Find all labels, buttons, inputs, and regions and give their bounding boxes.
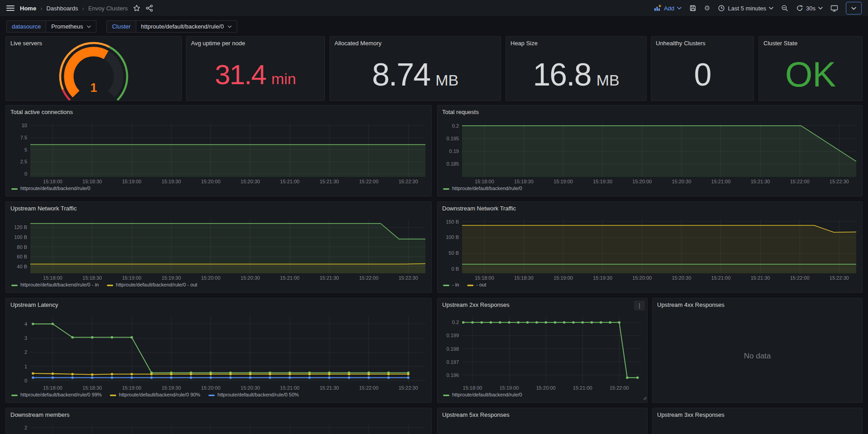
panel-heap-size: Heap Size 16.8MB (506, 36, 647, 101)
panel-title[interactable]: Avg uptime per node (186, 37, 324, 49)
svg-text:15:18:00: 15:18:00 (475, 179, 494, 184)
legend-item[interactable]: httproute/default/backend/rule/0 (11, 186, 91, 191)
svg-text:15:20:00: 15:20:00 (536, 385, 556, 391)
svg-text:0.197: 0.197 (446, 359, 459, 365)
svg-text:15:21:00: 15:21:00 (711, 179, 731, 184)
panel-title[interactable]: Upstream 3xx Responses (653, 408, 862, 421)
legend-item[interactable]: httproute/default/backend/rule/0 99% (11, 392, 102, 397)
panel-title[interactable]: Upstream 2xx Responses (438, 298, 647, 311)
panel-upstream-3xx: Upstream 3xx Responses (652, 408, 863, 434)
stat-value: 0 (694, 57, 711, 93)
share-icon[interactable] (146, 5, 153, 12)
svg-text:- out: - out (476, 282, 486, 287)
legend-item[interactable]: httproute/default/backend/rule/0 - out (107, 282, 197, 287)
panel-title[interactable]: Downstream members (6, 408, 431, 421)
panel-live-servers: Live servers 1 (5, 36, 182, 101)
downstream-members-chart[interactable]: 2 (10, 422, 428, 434)
panel-upstream-2xx: Upstream 2xx Responses ⋮ 15:18:0015:19:0… (437, 298, 648, 403)
legend-item[interactable]: - in (443, 282, 459, 287)
svg-text:15:18:30: 15:18:30 (82, 275, 102, 281)
datasource-select[interactable]: Prometheus (46, 20, 96, 33)
svg-text:15:21:30: 15:21:30 (751, 179, 770, 184)
breadcrumb-current: Envoy Clusters (88, 5, 128, 12)
datasource-value: Prometheus (51, 23, 83, 30)
upstream-latency-chart[interactable]: 15:18:0015:18:3015:19:0015:19:3015:20:00… (10, 312, 428, 401)
svg-text:15:20:00: 15:20:00 (201, 179, 220, 184)
svg-text:4: 4 (24, 321, 27, 327)
panel-title[interactable]: Downstream Network Traffic (438, 202, 862, 215)
svg-text:15:22:00: 15:22:00 (359, 179, 378, 184)
tv-mode-icon[interactable] (830, 5, 838, 12)
svg-text:15:20:00: 15:20:00 (201, 385, 220, 391)
legend-item[interactable]: httproute/default/backend/rule/0 90% (110, 392, 200, 397)
panel-title[interactable]: Upstream 5xx Responses (438, 408, 647, 421)
menu-icon[interactable] (6, 5, 14, 11)
svg-text:15:19:00: 15:19:00 (122, 275, 142, 281)
legend-item[interactable]: httproute/default/backend/rule/0 (443, 392, 522, 397)
legend-item[interactable]: httproute/default/backend/rule/0 (443, 186, 522, 191)
panel-title[interactable]: Upstream 4xx Responses (653, 298, 862, 311)
breadcrumb-home[interactable]: Home (20, 5, 36, 12)
svg-text:15:18:00: 15:18:00 (43, 275, 62, 281)
legend-item[interactable]: httproute/default/backend/rule/0 50% (209, 392, 299, 397)
save-icon[interactable] (689, 5, 696, 12)
svg-text:40 B: 40 B (17, 264, 27, 269)
svg-text:15:20:30: 15:20:30 (241, 179, 260, 184)
resize-handle[interactable] (642, 394, 647, 402)
svg-text:15:18:00: 15:18:00 (475, 275, 494, 281)
svg-text:httproute/default/backend/rule: httproute/default/backend/rule/0 90% (119, 392, 200, 397)
panel-downstream-members: Downstream members 2 (5, 408, 432, 434)
refresh-interval-label[interactable]: 30s (806, 5, 816, 12)
svg-text:1: 1 (24, 364, 27, 369)
grafana-dashboard: Home › Dashboards › Envoy Clusters Add (0, 0, 868, 434)
chevron-down-icon (851, 7, 856, 10)
panel-title[interactable]: Cluster State (759, 37, 862, 49)
legend-item[interactable]: - out (467, 282, 486, 287)
panel-title[interactable]: Allocated Memory (330, 37, 501, 49)
time-range-picker[interactable]: Last 5 minutes (718, 5, 773, 12)
total-requests-chart[interactable]: 15:18:0015:18:3015:19:0015:19:3015:20:00… (441, 119, 858, 195)
svg-text:15:22:30: 15:22:30 (399, 275, 418, 281)
panel-unhealthy-clusters: Unhealthy Clusters 0 (651, 36, 754, 101)
add-button[interactable]: Add (654, 5, 682, 12)
star-icon[interactable] (133, 5, 140, 12)
svg-text:0.198: 0.198 (446, 346, 459, 352)
legend-item[interactable]: httproute/default/backend/rule/0 - in (11, 282, 99, 287)
panel-menu-icon[interactable]: ⋮ (634, 300, 645, 310)
panel-title[interactable]: Unhealthy Clusters (651, 37, 754, 49)
svg-text:50 B: 50 B (448, 250, 459, 256)
downstream-network-traffic-chart[interactable]: 15:18:0015:18:3015:19:0015:19:3015:20:00… (441, 215, 858, 291)
breadcrumb-dashboards[interactable]: Dashboards (46, 5, 78, 12)
breadcrumb-separator: › (40, 5, 42, 12)
svg-text:15:18:00: 15:18:00 (43, 385, 62, 391)
panel-title[interactable]: Total requests (438, 105, 862, 118)
svg-text:httproute/default/backend/rule: httproute/default/backend/rule/0 (20, 186, 91, 191)
total-active-connections-chart[interactable]: 15:18:0015:18:3015:19:0015:19:3015:20:00… (10, 119, 428, 195)
svg-text:httproute/default/backend/rule: httproute/default/backend/rule/0 99% (20, 392, 102, 397)
svg-text:15:21:00: 15:21:00 (280, 385, 300, 391)
svg-text:0: 0 (24, 171, 27, 176)
panel-upstream-4xx: Upstream 4xx Responses No data (652, 298, 863, 403)
svg-text:15:20:00: 15:20:00 (201, 275, 220, 281)
panel-title[interactable]: Upstream Network Traffic (6, 202, 431, 215)
svg-text:10: 10 (22, 123, 27, 128)
svg-text:15:20:00: 15:20:00 (632, 179, 652, 184)
svg-text:15:18:00: 15:18:00 (43, 179, 62, 184)
panel-title[interactable]: Upstream Latency (6, 298, 431, 311)
svg-text:15:21:30: 15:21:30 (320, 275, 339, 281)
panel-title[interactable]: Heap Size (506, 37, 646, 49)
zoom-out-icon[interactable] (781, 5, 788, 12)
gear-icon[interactable]: ⚙ (704, 5, 710, 12)
cluster-select[interactable]: httproute/default/backend/rule/0 (136, 20, 238, 33)
panel-title[interactable]: Total active connections (6, 105, 431, 118)
panel-avg-uptime: Avg uptime per node 31.4min (186, 36, 325, 101)
chevron-down-icon (769, 7, 773, 10)
collapse-topbar-button[interactable] (846, 2, 862, 14)
svg-text:15:18:30: 15:18:30 (514, 179, 534, 184)
svg-text:15:19:30: 15:19:30 (162, 275, 181, 281)
upstream-network-traffic-chart[interactable]: 15:18:0015:18:3015:19:0015:19:3015:20:00… (10, 215, 428, 291)
svg-text:httproute/default/backend/rule: httproute/default/backend/rule/0 50% (218, 392, 299, 397)
svg-text:0.196: 0.196 (446, 372, 459, 378)
upstream-2xx-chart[interactable]: 15:18:0015:19:0015:20:0015:21:0015:22:00… (441, 312, 644, 401)
refresh-icon[interactable] (796, 5, 803, 12)
